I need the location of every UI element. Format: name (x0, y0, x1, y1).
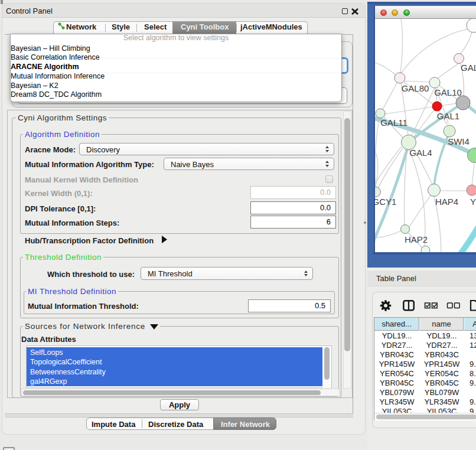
svg-text:GAL1: GAL1 (437, 111, 459, 121)
svg-text:GAL10: GAL10 (434, 87, 462, 97)
svg-text:YD: YD (470, 197, 476, 207)
svg-text:SWI4: SWI4 (448, 136, 470, 146)
svg-text:GAL80: GAL80 (402, 83, 429, 93)
svg-text:GAL4: GAL4 (409, 148, 432, 158)
svg-text:GCY1: GCY1 (375, 197, 396, 207)
svg-text:HAP2: HAP2 (405, 234, 428, 244)
svg-text:GAL11: GAL11 (380, 118, 407, 128)
svg-text:HAP4: HAP4 (435, 197, 458, 207)
svg-text:GAL7: GAL7 (461, 63, 476, 73)
